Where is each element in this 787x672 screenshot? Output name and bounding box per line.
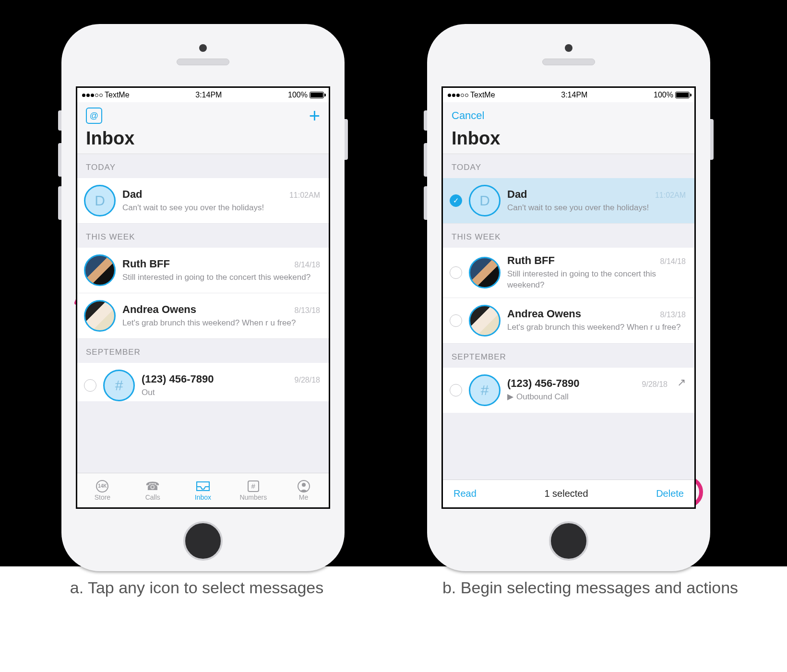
select-checkbox[interactable] <box>84 379 96 392</box>
select-checkbox[interactable] <box>450 384 462 396</box>
inbox-icon <box>195 480 211 492</box>
mute-switch <box>424 110 427 131</box>
speaker-grille <box>177 59 229 65</box>
message-time: 8/14/18 <box>660 257 686 266</box>
captions: a. Tap any icon to select messages b. Be… <box>0 576 787 600</box>
power-button <box>345 119 348 160</box>
avatar-dad[interactable]: D <box>469 185 501 216</box>
message-time: 8/14/18 <box>295 261 320 269</box>
caption-a: a. Tap any icon to select messages <box>0 576 394 600</box>
tab-me[interactable]: Me <box>278 473 329 507</box>
tab-store[interactable]: 14K Store <box>77 473 128 507</box>
tab-label: Calls <box>145 493 160 501</box>
phone-icon: ☎ <box>145 480 160 492</box>
message-preview: Still interested in going to the concert… <box>122 272 320 283</box>
message-list[interactable]: TODAY D Dad 11:02AM Can't wait to see yo… <box>77 154 329 473</box>
front-camera <box>565 44 572 52</box>
message-name: Andrea Owens <box>122 303 196 316</box>
signal-dots-icon <box>82 94 103 97</box>
section-september: SEPTEMBER <box>443 344 694 368</box>
message-row-number[interactable]: # (123) 456-7890 9/28/18 Outbound CallOu… <box>77 363 329 401</box>
compose-button[interactable]: + <box>309 106 320 125</box>
message-time: 11:02AM <box>655 191 686 200</box>
message-time: 9/28/18 <box>642 380 668 389</box>
tab-inbox[interactable]: Inbox <box>178 473 228 507</box>
message-row-ruth[interactable]: Ruth BFF 8/14/18 Still interested in goi… <box>443 248 694 298</box>
mark-read-button[interactable]: Read <box>453 488 477 499</box>
message-preview: Still interested in going to the concert… <box>507 269 686 291</box>
avatar-letter: # <box>115 377 123 394</box>
signal-dots-icon <box>448 94 468 97</box>
avatar-andrea[interactable] <box>469 305 501 336</box>
select-checkbox[interactable] <box>450 266 462 279</box>
tab-bar: 14K Store ☎ Calls Inbox # <box>77 473 329 507</box>
section-today: TODAY <box>443 154 694 178</box>
tab-label: Numbers <box>239 493 267 501</box>
status-time: 3:14PM <box>195 91 222 99</box>
select-checkbox[interactable]: ✓ <box>450 194 462 207</box>
me-icon <box>296 480 311 492</box>
front-camera <box>199 44 207 52</box>
selection-toolbar: Read 1 selected Delete <box>443 480 694 507</box>
battery-icon <box>675 92 690 98</box>
screen-b: TextMe 3:14PM 100% Cancel Inbox TODAY <box>441 86 696 509</box>
section-this-week: THIS WEEK <box>443 224 694 248</box>
plus-icon: + <box>309 105 320 126</box>
nav-header: Cancel Inbox <box>443 102 694 154</box>
message-row-ruth[interactable]: Ruth BFF 8/14/18 Still interested in goi… <box>77 248 329 293</box>
avatar-letter: D <box>479 192 490 209</box>
message-name: (123) 456-7890 <box>507 377 579 390</box>
tab-label: Inbox <box>195 493 211 501</box>
battery-percent: 100% <box>654 91 673 99</box>
select-checkbox[interactable] <box>450 314 462 327</box>
status-bar: TextMe 3:14PM 100% <box>77 88 329 102</box>
avatar-ruth[interactable] <box>84 254 116 286</box>
avatar-number[interactable]: # <box>469 374 501 406</box>
avatar-andrea[interactable] <box>84 300 116 332</box>
message-name: Andrea Owens <box>507 308 581 320</box>
mute-switch <box>58 110 61 131</box>
volume-down-button <box>424 186 427 220</box>
avatar-dad[interactable]: D <box>84 185 116 216</box>
avatar-number[interactable]: # <box>103 370 135 401</box>
message-preview: Can't wait to see you over the holidays! <box>122 203 320 214</box>
message-row-dad[interactable]: ✓ D Dad 11:02AM Can't wait to see you ov… <box>443 178 694 224</box>
section-september: SEPTEMBER <box>77 339 329 363</box>
message-row-number[interactable]: # (123) 456-7890 9/28/18 ▶Outbound Call … <box>443 368 694 413</box>
avatar-letter: # <box>481 382 489 398</box>
section-today: TODAY <box>77 154 329 178</box>
message-time: 9/28/18 <box>295 376 320 384</box>
message-list[interactable]: TODAY ✓ D Dad 11:02AM Can't wait to see … <box>443 154 694 480</box>
status-time: 3:14PM <box>561 91 587 99</box>
message-preview: Outbound CallOutbound Call <box>142 387 320 398</box>
phone-mockup-a: TextMe 3:14PM 100% @ + Inbox <box>61 24 345 571</box>
caption-b: b. Begin selecting messages and actions <box>394 576 787 600</box>
tab-calls[interactable]: ☎ Calls <box>128 473 178 507</box>
nav-header: @ + Inbox <box>77 102 329 154</box>
message-preview: Can't wait to see you over the holidays! <box>507 203 686 214</box>
speaker-grille <box>542 59 595 65</box>
message-row-andrea[interactable]: Andrea Owens 8/13/18 Let's grab brunch t… <box>77 293 329 339</box>
cancel-button[interactable]: Cancel <box>452 109 484 122</box>
volume-up-button <box>424 143 427 177</box>
message-row-dad[interactable]: D Dad 11:02AM Can't wait to see you over… <box>77 178 329 224</box>
carrier-label: TextMe <box>105 91 130 99</box>
contacts-icon: @ <box>90 111 98 121</box>
volume-down-button <box>58 186 61 220</box>
message-time: 11:02AM <box>289 191 320 200</box>
tab-numbers[interactable]: # Numbers <box>228 473 278 507</box>
message-name: Ruth BFF <box>507 254 555 267</box>
store-icon: 14K <box>95 480 110 492</box>
phone-mockup-b: TextMe 3:14PM 100% Cancel Inbox TODAY <box>427 24 710 571</box>
share-icon[interactable]: ↗ <box>677 376 686 389</box>
svg-point-1 <box>302 483 306 487</box>
home-button[interactable] <box>183 521 223 561</box>
volume-up-button <box>58 143 61 177</box>
message-row-andrea[interactable]: Andrea Owens 8/13/18 Let's grab brunch t… <box>443 298 694 344</box>
contacts-button[interactable]: @ <box>86 108 102 124</box>
message-name: Ruth BFF <box>122 258 170 270</box>
delete-button[interactable]: Delete <box>656 488 684 499</box>
avatar-ruth[interactable] <box>469 257 501 288</box>
home-button[interactable] <box>549 521 588 561</box>
background-strip: TextMe 3:14PM 100% @ + Inbox <box>0 0 787 566</box>
